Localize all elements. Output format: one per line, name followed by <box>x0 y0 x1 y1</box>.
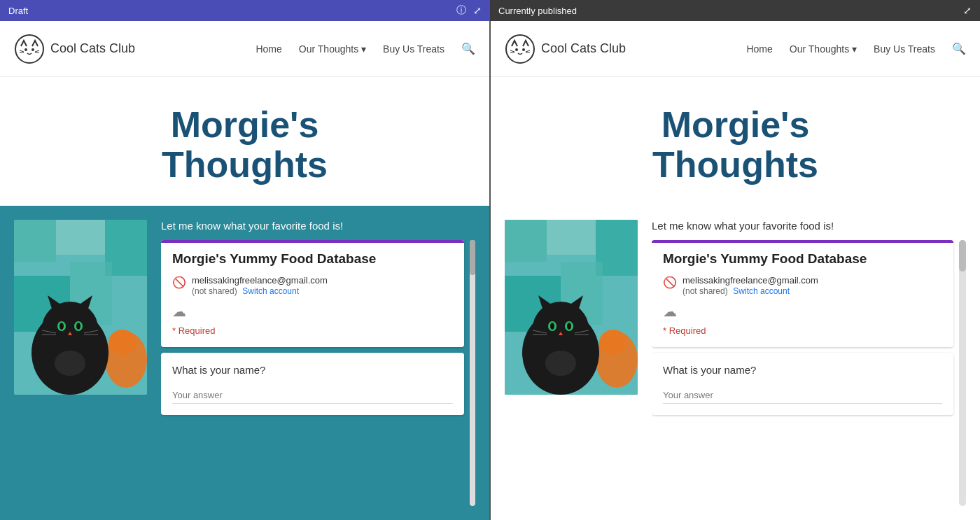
right-hero-title: Morgie's Thoughts <box>505 105 966 185</box>
left-question-card: What is your name? <box>161 353 464 415</box>
published-bar: Currently published ⤢ <box>490 0 980 21</box>
svg-point-28 <box>55 351 85 376</box>
draft-panel: Cool Cats Club Home Our Thoughts ▾ Buy U… <box>0 21 489 520</box>
left-nav-home[interactable]: Home <box>255 43 281 55</box>
right-content: Let me know what your favorite food is! … <box>491 206 980 520</box>
left-answer-input[interactable] <box>172 387 453 404</box>
left-switch-account[interactable]: Switch account <box>242 286 299 296</box>
svg-point-45 <box>533 302 589 355</box>
right-cat-image <box>505 220 638 395</box>
left-site-title: Cool Cats Club <box>50 41 135 56</box>
svg-point-51 <box>567 323 571 330</box>
svg-point-30 <box>515 48 518 51</box>
left-hero-title: Morgie's Thoughts <box>14 105 475 185</box>
svg-point-31 <box>522 48 525 51</box>
svg-rect-8 <box>14 220 56 262</box>
left-cat-photo <box>14 220 147 395</box>
right-form-title: Morgie's Yummy Food Database <box>663 251 942 267</box>
cat-logo-icon <box>14 34 45 64</box>
right-nav-treats[interactable]: Buy Us Treats <box>874 43 935 55</box>
svg-rect-9 <box>56 220 105 255</box>
right-nav: Cool Cats Club Home Our Thoughts ▾ Buy U… <box>491 21 980 77</box>
left-required: * Required <box>172 325 453 336</box>
svg-point-43 <box>599 330 627 355</box>
published-panel: Cool Cats Club Home Our Thoughts ▾ Buy U… <box>491 21 980 520</box>
expand-right-icon[interactable]: ⤢ <box>963 5 972 16</box>
svg-point-16 <box>42 302 98 355</box>
right-logo: Cool Cats Club <box>505 34 626 64</box>
right-account-info: 🚫 melissakingfreelance@gmail.com (not sh… <box>663 275 942 296</box>
right-not-shared: (not shared) <box>682 286 728 296</box>
right-nav-home[interactable]: Home <box>746 43 772 55</box>
right-site-title: Cool Cats Club <box>541 41 626 56</box>
svg-point-14 <box>108 330 136 355</box>
left-form-container: Morgie's Yummy Food Database 🚫 melissaki… <box>161 240 467 506</box>
left-nav-treats[interactable]: Buy Us Treats <box>383 43 444 55</box>
left-question: What is your name? <box>172 364 453 376</box>
left-logo: Cool Cats Club <box>14 34 135 64</box>
right-nav-thoughts[interactable]: Our Thoughts ▾ <box>790 43 857 55</box>
svg-point-57 <box>545 351 576 376</box>
svg-point-22 <box>76 323 80 330</box>
cat-image <box>14 220 147 395</box>
right-cat-photo <box>505 220 638 395</box>
right-nav-links: Home Our Thoughts ▾ Buy Us Treats 🔍 <box>746 42 966 55</box>
left-scrollbar-track[interactable] <box>470 240 475 506</box>
right-switch-account[interactable]: Switch account <box>733 286 790 296</box>
right-scrollbar-thumb[interactable] <box>959 240 966 272</box>
left-upload-row: ☁ <box>172 303 453 320</box>
right-cat-logo-icon <box>505 34 536 64</box>
left-form-card: Morgie's Yummy Food Database 🚫 melissaki… <box>161 240 464 347</box>
left-account-info: 🚫 melissakingfreelance@gmail.com (not sh… <box>172 275 453 296</box>
info-icon[interactable]: ⓘ <box>456 4 466 17</box>
svg-point-21 <box>59 323 64 330</box>
right-form-container: Morgie's Yummy Food Database 🚫 melissaki… <box>652 240 956 506</box>
right-scrollbar-track[interactable] <box>959 240 966 506</box>
left-nav-thoughts[interactable]: Our Thoughts ▾ <box>299 43 366 55</box>
right-hero: Morgie's Thoughts <box>491 77 980 206</box>
left-search-icon[interactable]: 🔍 <box>461 42 475 55</box>
left-form-label: Let me know what your favorite food is! <box>161 220 475 232</box>
left-form-title: Morgie's Yummy Food Database <box>172 251 453 267</box>
right-email: melissakingfreelance@gmail.com <box>682 275 818 286</box>
svg-line-32 <box>510 50 514 52</box>
cloud-icon: ☁ <box>172 303 186 320</box>
right-form-label: Let me know what your favorite food is! <box>652 220 966 232</box>
left-not-shared: (not shared) <box>192 286 237 296</box>
right-question-card: What is your name? <box>652 353 953 415</box>
right-eye-slash-icon: 🚫 <box>663 276 677 289</box>
right-form-card: Morgie's Yummy Food Database 🚫 melissaki… <box>652 240 953 347</box>
svg-point-0 <box>15 35 43 63</box>
left-scrollbar-thumb[interactable] <box>470 240 475 275</box>
right-question: What is your name? <box>663 364 942 376</box>
svg-line-3 <box>20 50 24 52</box>
left-nav-links: Home Our Thoughts ▾ Buy Us Treats 🔍 <box>255 42 475 55</box>
eye-slash-icon: 🚫 <box>172 276 186 289</box>
draft-label: Draft <box>8 6 28 16</box>
svg-line-34 <box>526 50 530 52</box>
svg-rect-38 <box>547 220 596 255</box>
right-cloud-icon: ☁ <box>663 303 677 320</box>
svg-point-50 <box>550 323 554 330</box>
left-content: Let me know what your favorite food is! … <box>0 206 489 520</box>
svg-point-29 <box>506 35 534 63</box>
published-label: Currently published <box>498 6 577 16</box>
svg-line-5 <box>35 50 39 52</box>
right-upload-row: ☁ <box>663 303 942 320</box>
expand-left-icon[interactable]: ⤢ <box>473 5 482 16</box>
right-required: * Required <box>663 325 942 336</box>
left-nav: Cool Cats Club Home Our Thoughts ▾ Buy U… <box>0 21 489 77</box>
left-email: melissakingfreelance@gmail.com <box>192 275 328 286</box>
draft-bar: Draft ⓘ ⤢ <box>0 0 490 21</box>
svg-rect-37 <box>505 220 547 262</box>
svg-point-1 <box>24 48 27 51</box>
right-search-icon[interactable]: 🔍 <box>952 42 966 55</box>
right-answer-input[interactable] <box>663 387 942 404</box>
left-hero: Morgie's Thoughts <box>0 77 489 206</box>
svg-point-2 <box>31 48 34 51</box>
